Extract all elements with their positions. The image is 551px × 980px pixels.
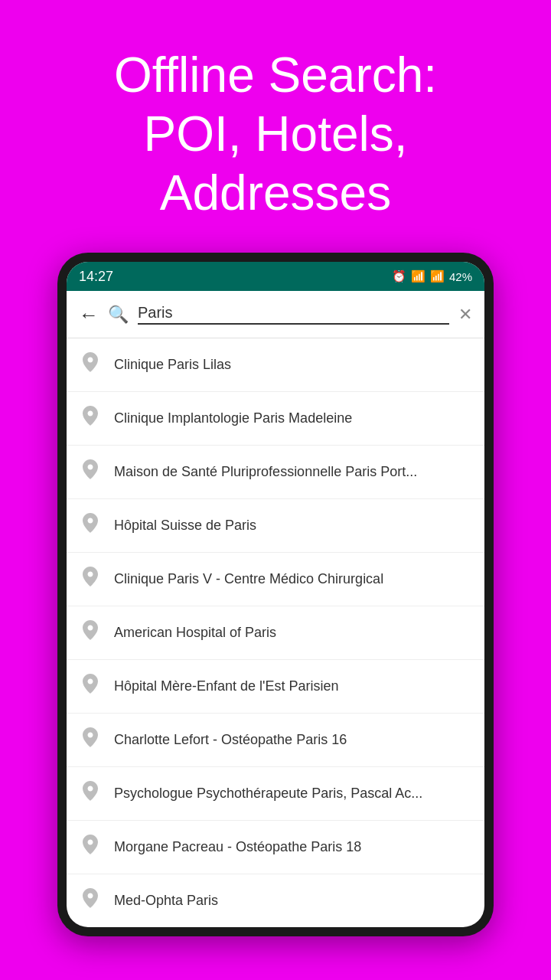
phone-screen: 14:27 ⏰ 📶 📶 42% ← 🔍 Paris ✕ Clinique Par… (67, 262, 484, 927)
hero-section: Offline Search:POI, Hotels, Addresses (0, 0, 551, 253)
list-item[interactable]: Hôpital Suisse de Paris (67, 499, 484, 553)
pin-icon (79, 513, 102, 538)
status-bar: 14:27 ⏰ 📶 📶 42% (67, 262, 484, 291)
result-name: Charlotte Lefort - Ostéopathe Paris 16 (114, 732, 472, 748)
search-icon: 🔍 (108, 305, 129, 325)
pin-icon (79, 459, 102, 485)
list-item[interactable]: Maison de Santé Pluriprofessionnelle Par… (67, 446, 484, 499)
status-time: 14:27 (79, 269, 113, 285)
clear-button[interactable]: ✕ (458, 305, 472, 325)
signal-icon: 📶 (430, 270, 445, 283)
list-item[interactable]: Med-Ophta Paris (67, 874, 484, 927)
result-name: Hôpital Suisse de Paris (114, 518, 472, 534)
list-item[interactable]: Hôpital Mère-Enfant de l'Est Parisien (67, 660, 484, 714)
list-item[interactable]: American Hospital of Paris (67, 606, 484, 660)
list-item[interactable]: Clinique Paris Lilas (67, 338, 484, 392)
result-name: Psychologue Psychothérapeute Paris, Pasc… (114, 786, 472, 802)
list-item[interactable]: Psychologue Psychothérapeute Paris, Pasc… (67, 767, 484, 821)
battery-text: 42% (449, 270, 472, 283)
wifi-icon: 📶 (411, 270, 425, 283)
back-button[interactable]: ← (79, 305, 99, 325)
result-name: Med-Ophta Paris (114, 893, 472, 909)
search-input[interactable]: Paris (138, 304, 449, 325)
status-icons: ⏰ 📶 📶 42% (392, 270, 472, 283)
result-name: Morgane Pacreau - Ostéopathe Paris 18 (114, 839, 472, 855)
pin-icon (79, 352, 102, 377)
list-item[interactable]: Charlotte Lefort - Ostéopathe Paris 16 (67, 714, 484, 767)
result-name: Clinique Paris V - Centre Médico Chirurg… (114, 571, 472, 587)
list-item[interactable]: Morgane Pacreau - Ostéopathe Paris 18 (67, 821, 484, 874)
pin-icon (79, 888, 102, 913)
result-name: Clinique Paris Lilas (114, 357, 472, 373)
result-name: Hôpital Mère-Enfant de l'Est Parisien (114, 678, 472, 694)
pin-icon (79, 781, 102, 806)
results-list: Clinique Paris Lilas Clinique Implantolo… (67, 338, 484, 927)
result-name: Maison de Santé Pluriprofessionnelle Par… (114, 464, 472, 480)
hero-title: Offline Search:POI, Hotels, Addresses (31, 46, 520, 222)
pin-icon (79, 727, 102, 753)
pin-icon (79, 406, 102, 431)
result-name: American Hospital of Paris (114, 625, 472, 641)
list-item[interactable]: Clinique Implantologie Paris Madeleine (67, 392, 484, 446)
pin-icon (79, 835, 102, 860)
pin-icon (79, 620, 102, 645)
phone-mockup: 14:27 ⏰ 📶 📶 42% ← 🔍 Paris ✕ Clinique Par… (57, 253, 494, 936)
alarm-icon: ⏰ (392, 270, 406, 283)
pin-icon (79, 567, 102, 592)
pin-icon (79, 674, 102, 699)
search-bar: ← 🔍 Paris ✕ (67, 291, 484, 338)
list-item[interactable]: Clinique Paris V - Centre Médico Chirurg… (67, 553, 484, 606)
result-name: Clinique Implantologie Paris Madeleine (114, 410, 472, 426)
